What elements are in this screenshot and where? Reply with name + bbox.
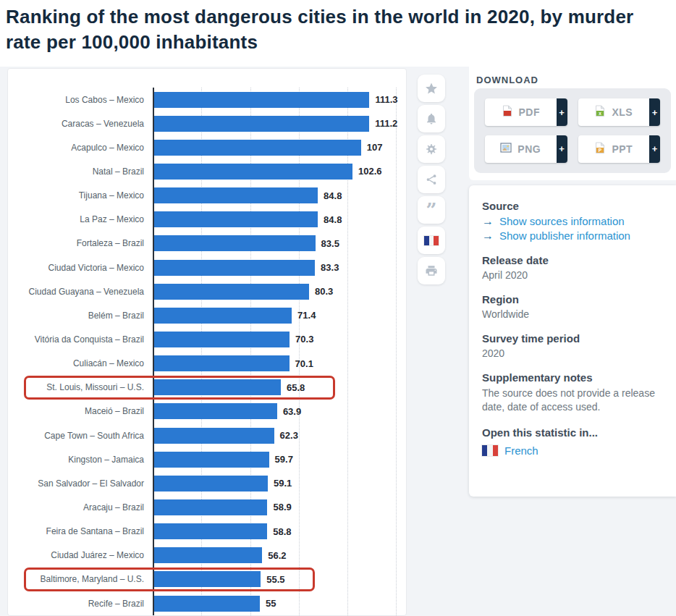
- category-label: Ciudad Victoria – Mexico: [8, 263, 153, 273]
- release-date-value: April 2020: [482, 269, 664, 281]
- alert-button[interactable]: [418, 105, 445, 132]
- category-label: St. Louis, Missouri – U.S.: [8, 382, 153, 392]
- chart-row: Aracaju – Brazil58.9: [8, 495, 406, 519]
- category-label: Cape Town – South Africa: [8, 431, 153, 441]
- share-icon: [425, 173, 438, 186]
- chart-row: Belém – Brazil71.4: [8, 303, 406, 327]
- bar: [153, 284, 309, 300]
- content-area: Los Cabos – Mexico111.3Caracas – Venezue…: [0, 67, 676, 616]
- download-panel: PDF + x XLS + PNG +: [474, 88, 671, 173]
- settings-button[interactable]: [418, 135, 445, 163]
- pdf-plus-button[interactable]: +: [557, 98, 567, 126]
- citation-button[interactable]: ”: [418, 196, 445, 224]
- category-label: San Salvador – El Salvador: [8, 478, 153, 489]
- bar-value: 84.8: [324, 214, 342, 225]
- xls-plus-button[interactable]: +: [649, 98, 660, 126]
- chart-row: Vitória da Conquista – Brazil70.3: [8, 327, 406, 351]
- category-label: Tijuana – Mexico: [8, 190, 153, 201]
- page-header: Ranking of the most dangerous cities in …: [0, 0, 676, 67]
- bar-value: 58.9: [273, 502, 291, 512]
- bar-value: 83.3: [321, 262, 339, 273]
- category-label: Fortaleza – Brazil: [8, 238, 153, 248]
- bar: [153, 92, 369, 108]
- bar-value: 84.8: [324, 190, 342, 201]
- chart-row: Kingston – Jamaica59.7: [8, 447, 406, 471]
- png-image-icon: [500, 142, 512, 156]
- supplementary-notes-text: The source does not provide a release da…: [482, 387, 663, 414]
- category-label: Feira de Santana – Brazil: [8, 526, 153, 536]
- ppt-file-icon: P: [594, 142, 606, 156]
- chart-rows: Los Cabos – Mexico111.3Caracas – Venezue…: [8, 88, 406, 615]
- bar-value: 59.7: [275, 454, 293, 465]
- source-heading: Source: [482, 200, 664, 212]
- category-label: Vitória da Conquista – Brazil: [8, 334, 153, 345]
- bar-value: 63.9: [283, 406, 301, 417]
- category-label: Ciudad Juárez – Mexico: [8, 550, 153, 560]
- share-button[interactable]: [418, 166, 445, 193]
- printer-icon: [425, 264, 438, 277]
- bar-value: 56.2: [268, 550, 286, 561]
- bar: [153, 235, 316, 251]
- svg-text:P: P: [599, 147, 602, 152]
- chart-y-axis: [153, 88, 154, 615]
- survey-period-value: 2020: [482, 347, 664, 359]
- download-png-button[interactable]: PNG +: [485, 135, 567, 163]
- statistic-page: Ranking of the most dangerous cities in …: [0, 0, 676, 616]
- bar: [153, 164, 352, 180]
- bar-value: 70.3: [295, 334, 313, 345]
- release-date-heading: Release date: [482, 254, 664, 266]
- region-value: Worldwide: [482, 308, 664, 320]
- bar: [153, 476, 268, 491]
- quote-icon: ”: [426, 203, 437, 216]
- pdf-file-icon: [502, 105, 513, 119]
- chart-row: Feira de Santana – Brazil58.8: [8, 520, 406, 544]
- arrow-icon: →: [482, 216, 494, 227]
- bar: [153, 452, 269, 468]
- bar-value: 102.6: [358, 166, 382, 177]
- bar: [153, 547, 262, 563]
- bar-value: 65.8: [287, 382, 305, 393]
- category-label: Belém – Brazil: [8, 311, 153, 321]
- show-sources-link[interactable]: → Show sources information: [482, 215, 664, 227]
- category-label: Aracaju – Brazil: [8, 502, 153, 512]
- print-button[interactable]: [418, 257, 445, 284]
- bar: [153, 308, 292, 324]
- png-plus-button[interactable]: +: [557, 135, 567, 163]
- bar-value: 62.3: [280, 430, 298, 441]
- page-title: Ranking of the most dangerous cities in …: [0, 0, 666, 55]
- xls-file-icon: x: [594, 105, 606, 119]
- chart-row: St. Louis, Missouri – U.S.65.8: [8, 376, 406, 400]
- bar-value: 55: [266, 598, 276, 609]
- french-language-link[interactable]: French: [482, 444, 664, 457]
- bell-icon: [425, 112, 438, 125]
- category-label: Baltimore, Maryland – U.S.: [8, 574, 153, 584]
- bar: [153, 596, 260, 612]
- ppt-plus-button[interactable]: +: [649, 135, 660, 163]
- french-flag-icon: [482, 445, 498, 456]
- download-xls-button[interactable]: x XLS +: [578, 98, 661, 126]
- category-label: Maceió – Brazil: [8, 406, 153, 416]
- download-ppt-button[interactable]: P PPT +: [578, 135, 661, 163]
- download-section: DOWNLOAD PDF + x XLS +: [469, 67, 676, 180]
- bar-value: 59.1: [274, 478, 292, 489]
- chart-row: Ciudad Victoria – Mexico83.3: [8, 256, 406, 279]
- french-version-button[interactable]: [418, 227, 445, 254]
- bar-value: 70.1: [295, 358, 313, 369]
- star-icon: [424, 81, 439, 96]
- bar-value: 80.3: [315, 286, 333, 297]
- bar: [153, 571, 261, 587]
- bar-value: 111.3: [375, 94, 397, 105]
- bar: [153, 355, 290, 371]
- svg-text:x: x: [599, 111, 602, 116]
- chart-row: Caracas – Venezuela111.2: [8, 111, 406, 135]
- show-publisher-link[interactable]: → Show publisher information: [482, 229, 664, 242]
- download-pdf-button[interactable]: PDF +: [485, 98, 567, 126]
- supplementary-notes-heading: Supplementary notes: [482, 371, 664, 384]
- bar: [153, 260, 315, 276]
- favorite-button[interactable]: [418, 75, 445, 102]
- chart-row: Natal – Brazil102.6: [8, 159, 406, 183]
- chart-row: Maceió – Brazil63.9: [8, 400, 406, 423]
- bar: [153, 211, 318, 227]
- source-panel: Source → Show sources information → Show…: [469, 185, 676, 497]
- chart-row: Tijuana – Mexico84.8: [8, 184, 406, 208]
